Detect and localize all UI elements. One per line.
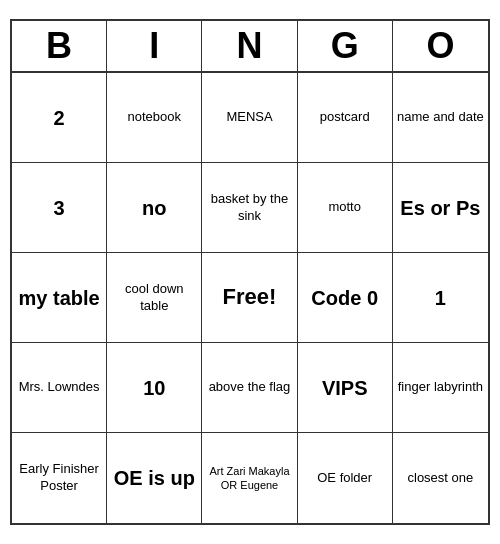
- bingo-cell-24: closest one: [393, 433, 488, 523]
- bingo-cell-16: 10: [107, 343, 202, 433]
- bingo-cell-21: OE is up: [107, 433, 202, 523]
- bingo-grid: 2notebookMENSApostcardname and date3noba…: [12, 73, 488, 523]
- header-g: G: [298, 21, 393, 71]
- bingo-cell-12: Free!: [202, 253, 297, 343]
- bingo-cell-20: Early Finisher Poster: [12, 433, 107, 523]
- bingo-cell-19: finger labyrinth: [393, 343, 488, 433]
- bingo-cell-23: OE folder: [298, 433, 393, 523]
- bingo-cell-3: postcard: [298, 73, 393, 163]
- bingo-cell-18: VIPS: [298, 343, 393, 433]
- header-i: I: [107, 21, 202, 71]
- bingo-cell-11: cool down table: [107, 253, 202, 343]
- header-n: N: [202, 21, 297, 71]
- bingo-cell-6: no: [107, 163, 202, 253]
- bingo-cell-22: Art Zari Makayla OR Eugene: [202, 433, 297, 523]
- bingo-card: B I N G O 2notebookMENSApostcardname and…: [10, 19, 490, 525]
- bingo-cell-8: motto: [298, 163, 393, 253]
- bingo-cell-15: Mrs. Lowndes: [12, 343, 107, 433]
- header-o: O: [393, 21, 488, 71]
- bingo-cell-4: name and date: [393, 73, 488, 163]
- bingo-cell-14: 1: [393, 253, 488, 343]
- bingo-cell-2: MENSA: [202, 73, 297, 163]
- bingo-cell-13: Code 0: [298, 253, 393, 343]
- bingo-cell-10: my table: [12, 253, 107, 343]
- bingo-cell-17: above the flag: [202, 343, 297, 433]
- header-b: B: [12, 21, 107, 71]
- bingo-cell-9: Es or Ps: [393, 163, 488, 253]
- bingo-header: B I N G O: [12, 21, 488, 73]
- bingo-cell-5: 3: [12, 163, 107, 253]
- bingo-cell-7: basket by the sink: [202, 163, 297, 253]
- bingo-cell-1: notebook: [107, 73, 202, 163]
- bingo-cell-0: 2: [12, 73, 107, 163]
